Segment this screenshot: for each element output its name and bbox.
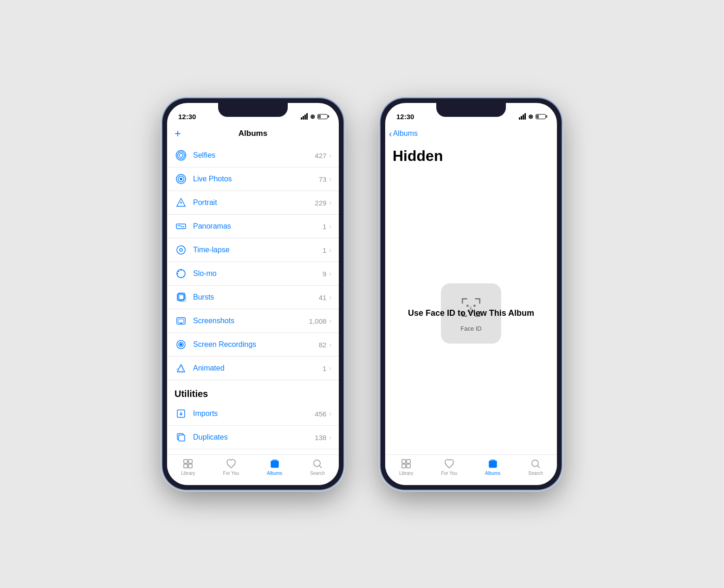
livephotos-icon <box>175 173 187 185</box>
list-item-imports[interactable]: Imports 456 › <box>167 402 339 426</box>
notch-1 <box>218 103 288 117</box>
svg-rect-24 <box>178 319 184 323</box>
phone-1: 12:30 ⊛ 29 + Albums <box>162 98 343 490</box>
list-item-panoramas[interactable]: Panoramas 1 › <box>167 215 339 238</box>
list-item-screenshots[interactable]: Screenshots 1,008 › <box>167 309 339 333</box>
selfies-icon <box>175 149 187 162</box>
add-button[interactable]: + <box>175 127 181 140</box>
tab-bar-2: Library For You <box>385 454 557 485</box>
bursts-chevron: › <box>329 294 331 301</box>
svg-point-10 <box>180 249 182 251</box>
tab-foryou-1[interactable]: For You <box>223 458 239 476</box>
wifi-icon-2: ⊛ <box>528 113 533 120</box>
list-item-bursts[interactable]: Bursts 41 › <box>167 286 339 309</box>
svg-point-0 <box>179 153 183 157</box>
hidden-body: Use Face ID to View This Album <box>385 172 557 454</box>
portrait-label: Portrait <box>193 198 315 207</box>
foryou-tab-icon-2 <box>443 458 455 470</box>
selfies-label: Selfies <box>193 151 315 160</box>
selfies-chevron: › <box>329 152 331 159</box>
panoramas-icon <box>175 220 187 233</box>
svg-point-46 <box>467 305 469 307</box>
svg-rect-43 <box>271 461 278 467</box>
duplicates-count: 138 <box>315 434 326 441</box>
svg-point-9 <box>177 246 185 254</box>
page-title-1: Albums <box>239 129 267 138</box>
tab-albums-label-1: Albums <box>267 471 282 476</box>
svg-point-47 <box>474 305 476 307</box>
search-tab-icon-1 <box>311 458 323 470</box>
screen-recordings-icon <box>175 338 187 351</box>
time-2: 12:30 <box>396 113 414 121</box>
tab-search-1[interactable]: Search <box>310 458 325 476</box>
wifi-icon-1: ⊛ <box>310 113 315 120</box>
list-item-timelapse[interactable]: Time-lapse 1 › <box>167 238 339 262</box>
slomo-icon <box>175 267 187 280</box>
search-tab-icon-2 <box>530 458 542 470</box>
list-item-animated[interactable]: Animated 1 › <box>167 357 339 380</box>
foryou-tab-icon-1 <box>225 458 237 470</box>
screenshots-label: Screenshots <box>193 317 309 325</box>
tab-albums-1[interactable]: Albums <box>267 458 282 476</box>
duplicates-chevron: › <box>329 434 331 441</box>
utilities-header: Utilities <box>167 380 339 402</box>
signal-icon-1 <box>301 113 308 120</box>
back-label: Albums <box>393 129 418 138</box>
livephotos-chevron: › <box>329 175 331 183</box>
svg-rect-52 <box>489 461 497 467</box>
timelapse-count: 1 <box>323 246 326 254</box>
animated-label: Animated <box>193 364 323 372</box>
nav-bar-2: ‹ Albums <box>385 123 557 144</box>
albums-tab-icon-2 <box>487 458 499 470</box>
tab-foryou-label-1: For You <box>223 471 239 476</box>
tab-library-label-1: Library <box>181 471 195 476</box>
notch-2 <box>436 103 506 117</box>
status-icons-1: ⊛ 29 <box>301 113 328 120</box>
face-id-label: Face ID <box>460 325 482 332</box>
library-tab-icon-1 <box>182 458 194 470</box>
tab-search-2[interactable]: Search <box>528 458 543 476</box>
bursts-label: Bursts <box>193 293 319 301</box>
tab-search-label-1: Search <box>310 471 325 476</box>
svg-point-1 <box>178 152 185 159</box>
list-item-duplicates[interactable]: Duplicates 138 › <box>167 426 339 449</box>
svg-line-17 <box>183 275 184 276</box>
duplicates-icon <box>175 431 187 444</box>
tab-foryou-2[interactable]: For You <box>441 458 457 476</box>
back-chevron: ‹ <box>389 128 392 139</box>
livephotos-count: 73 <box>319 175 327 183</box>
svg-line-19 <box>178 275 179 276</box>
portrait-icon <box>175 196 187 209</box>
albums-scroll[interactable]: Selfies 427 › Live Photos 73 › P <box>167 144 339 454</box>
bursts-icon <box>175 291 187 304</box>
svg-point-25 <box>181 323 181 324</box>
screen-recordings-count: 82 <box>319 341 327 349</box>
svg-point-44 <box>314 460 320 467</box>
status-icons-2: ⊛ 29 <box>519 113 546 120</box>
svg-rect-41 <box>184 464 187 468</box>
tab-library-2[interactable]: Library <box>399 458 414 476</box>
slomo-label: Slo-mo <box>193 269 323 278</box>
portrait-chevron: › <box>329 199 331 206</box>
timelapse-label: Time-lapse <box>193 246 323 254</box>
slomo-count: 9 <box>323 270 326 278</box>
imports-label: Imports <box>193 409 315 418</box>
list-item-slomo[interactable]: Slo-mo 9 › <box>167 262 339 286</box>
list-item-screen-recordings[interactable]: Screen Recordings 82 › <box>167 333 339 357</box>
list-item-hidden[interactable]: Hidden ➜ 🔒 › <box>167 449 339 454</box>
back-button[interactable]: ‹ Albums <box>389 128 418 139</box>
tab-albums-2[interactable]: Albums <box>485 458 500 476</box>
tab-library-1[interactable]: Library <box>181 458 195 476</box>
signal-icon-2 <box>519 113 526 120</box>
imports-icon <box>175 407 187 420</box>
svg-rect-49 <box>407 460 410 463</box>
svg-line-54 <box>538 466 540 468</box>
svg-point-28 <box>180 343 182 346</box>
list-item-selfies[interactable]: Selfies 427 › <box>167 144 339 167</box>
panoramas-count: 1 <box>323 223 326 230</box>
duplicates-label: Duplicates <box>193 433 315 441</box>
slomo-chevron: › <box>329 270 331 277</box>
list-item-portrait[interactable]: Portrait 229 › <box>167 191 339 215</box>
list-item-livephotos[interactable]: Live Photos 73 › <box>167 167 339 191</box>
tab-search-label-2: Search <box>528 471 543 476</box>
